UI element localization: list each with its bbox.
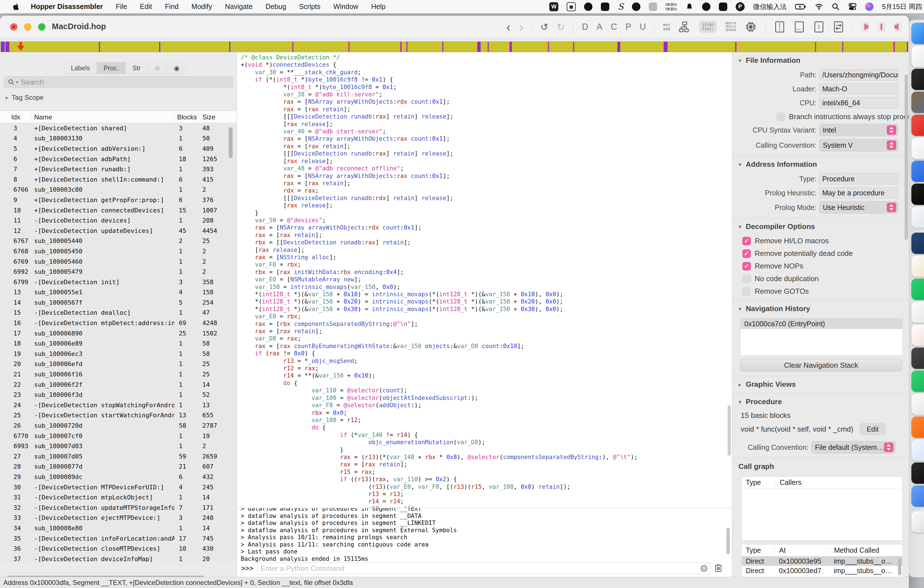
toggle-bottom-panel-button[interactable] — [878, 22, 885, 32]
procedure-row[interactable]: 6766sub_100003c8012 — [0, 185, 237, 195]
dock-qq-2[interactable] — [911, 393, 924, 415]
spotlight-icon[interactable] — [832, 3, 840, 11]
redo-button[interactable]: ↻ — [557, 21, 565, 33]
menu-window[interactable]: Window — [333, 3, 358, 11]
navigation-history-item[interactable]: 0x1000ca7c0 (EntryPoint) — [741, 319, 903, 329]
procedure-row[interactable]: 25-[DeviceDetection startWatchingForAndr… — [0, 410, 237, 421]
console-input-box[interactable]: ✕ — [257, 563, 711, 574]
checked-checkbox[interactable]: ✓ — [742, 262, 751, 271]
procedure-row[interactable]: 6+[DeviceDetection adbPath]181265 — [0, 154, 237, 164]
python-command-input[interactable] — [261, 564, 692, 573]
console-log[interactable]: > dataflow analysis of procedures in seg… — [237, 508, 724, 564]
dock-facebook[interactable] — [911, 206, 924, 228]
menu-edit[interactable]: Edit — [140, 3, 152, 11]
pseudocode-text[interactable]: /* @class DeviceDetection */ +(void *)co… — [237, 52, 732, 508]
procedure-row[interactable]: 8+[DeviceDetection shellIn:command:]6415 — [0, 174, 237, 185]
net-speed[interactable]: 0KB/s0KB/s — [666, 2, 677, 11]
code-scrollbar[interactable] — [728, 405, 731, 456]
zoom-button[interactable] — [38, 23, 45, 31]
menu-modify[interactable]: Modify — [191, 3, 212, 11]
mode-u-button[interactable]: U — [640, 22, 646, 32]
decompiler-option-row[interactable]: ✓Remove NOPs — [742, 262, 909, 271]
navigation-history-header[interactable]: ▾ Navigation History — [732, 301, 909, 315]
hex-mode-button[interactable]: 4B5F707D55722B44E9 — [725, 22, 736, 32]
procedure-row[interactable]: 31-[DeviceDetection mtpLockObject]114 — [0, 492, 237, 502]
dock-red-app[interactable] — [911, 115, 924, 136]
procedure-row[interactable]: 17sub_100006890251502 — [0, 328, 237, 339]
split-column-button[interactable] — [774, 21, 785, 33]
dock-terminal[interactable] — [911, 69, 924, 90]
toggle-left-panel-button[interactable] — [861, 22, 869, 32]
apple-menu-icon[interactable] — [12, 3, 20, 11]
procedure-row[interactable]: 14sub_10000567f5254 — [0, 297, 237, 308]
menu-navigate[interactable]: Navigate — [225, 3, 253, 11]
procedure-row[interactable]: 4sub_100003130150 — [0, 134, 237, 144]
sidebar-tab-proc[interactable]: Proc. — [97, 63, 126, 74]
dock-darkblue[interactable] — [911, 233, 924, 254]
dock-chrome[interactable] — [911, 138, 924, 159]
procedure-row[interactable]: 6770sub_100007cf0119 — [0, 431, 237, 441]
dock-red-v[interactable] — [911, 325, 924, 346]
input-method[interactable]: 微信输入法 — [753, 2, 787, 11]
mode-d-button[interactable]: D — [582, 22, 588, 32]
procedure-row[interactable]: 22sub_100006f2f114 — [0, 380, 237, 390]
inspector-scrollbar[interactable] — [905, 74, 908, 240]
dock-blue-tool[interactable] — [911, 486, 924, 507]
siri-icon[interactable] — [865, 3, 874, 11]
p-circle-icon[interactable]: P — [736, 2, 745, 11]
clock[interactable]: 5月15日 周四 08:5 — [882, 2, 924, 11]
navigation-history-list[interactable]: 0x1000ca7c0 (EntryPoint) — [740, 318, 903, 356]
dark-face-icon[interactable] — [632, 3, 640, 11]
col-header-blocks[interactable]: Blocks — [177, 113, 197, 121]
clear-input-icon[interactable]: ✕ — [700, 565, 708, 572]
dock-cash[interactable] — [911, 183, 924, 205]
graphic-views-header[interactable]: ▸ Graphic Views — [732, 376, 909, 390]
mode-a-button[interactable]: A — [597, 22, 602, 32]
menu-scripts[interactable]: Scripts — [299, 3, 320, 11]
procedure-row[interactable]: 16-[DeviceDetection mtpDetect:address:in… — [0, 318, 237, 328]
decompiler-option-row[interactable]: ✓Remove potentially dead code — [742, 249, 909, 258]
procedure-row[interactable]: 15-[DeviceDetection dealloc]147 — [0, 308, 237, 318]
dock-dark-x[interactable] — [911, 347, 924, 369]
procedure-row[interactable]: 10+[DeviceDetection connectedDevices]151… — [0, 205, 237, 216]
sidebar-vertical-scrollbar[interactable] — [229, 127, 233, 158]
penguin-icon-2[interactable] — [702, 3, 710, 11]
battery-icon[interactable] — [795, 3, 806, 11]
procedures-table-header[interactable]: Idx Name Blocks Size — [0, 111, 237, 123]
procedure-row[interactable]: 11-[DeviceDetection devices]1208 — [0, 215, 237, 226]
dock-green-chat[interactable] — [911, 370, 924, 392]
wifi-icon[interactable] — [815, 3, 823, 11]
dock-trash[interactable] — [911, 512, 924, 533]
procedure-row[interactable]: 23sub_100006f3d152 — [0, 390, 237, 400]
procedure-row[interactable]: 29sub_1000089dc6432 — [0, 472, 237, 482]
control-flow-graph-button[interactable] — [678, 21, 691, 33]
assembly-mode-button[interactable]: movadd — [663, 23, 670, 31]
clear-navigation-stack-button[interactable]: Clear Navigation Stack — [740, 359, 902, 372]
procedure-row[interactable]: 9+[DeviceDetection getPropFor:prop:]6376 — [0, 195, 237, 205]
procedure-row[interactable]: 18sub_100006e89158 — [0, 338, 237, 349]
procedure-row[interactable]: 5+[DeviceDetection adbVersion:]6409 — [0, 144, 237, 154]
procedure-row[interactable]: 6993sub_100007d0312 — [0, 441, 237, 451]
call-graph-row[interactable]: Direct0x100003e95imp___stubs__o… — [742, 556, 903, 566]
control-center-icon[interactable] — [848, 3, 857, 11]
tag-scope-disclosure[interactable]: ▸ Tag Scope — [6, 94, 43, 101]
wechat-icon[interactable] — [601, 3, 609, 11]
transfer-arrows-button[interactable] — [833, 21, 844, 33]
calling-convention-dropdown[interactable]: System V — [819, 139, 898, 151]
unchecked-checkbox[interactable] — [742, 275, 751, 283]
procedure-row[interactable]: 32-[DeviceDetection updateMTPStorageInfo… — [0, 502, 237, 513]
toggle-right-panel-button[interactable] — [894, 22, 902, 32]
dock-qq[interactable] — [911, 302, 924, 323]
proc-calling-dropdown[interactable]: File default (System… — [811, 441, 896, 453]
calls-table-scrollbar[interactable] — [898, 558, 901, 575]
search-input[interactable] — [21, 78, 217, 87]
checked-checkbox[interactable]: ✓ — [742, 237, 751, 245]
bottom-dotted-button[interactable] — [794, 21, 805, 33]
prolog-mode-dropdown[interactable]: Use Heuristic — [819, 201, 898, 213]
shirt-icon[interactable] — [649, 3, 657, 11]
dock-wechat[interactable] — [911, 279, 924, 300]
dock-launchpad[interactable] — [911, 46, 924, 67]
sidebar-tab-[interactable]: ◉ — [167, 63, 186, 74]
search-field[interactable]: ▾ — [4, 76, 233, 88]
penguin-icon[interactable] — [584, 3, 592, 11]
